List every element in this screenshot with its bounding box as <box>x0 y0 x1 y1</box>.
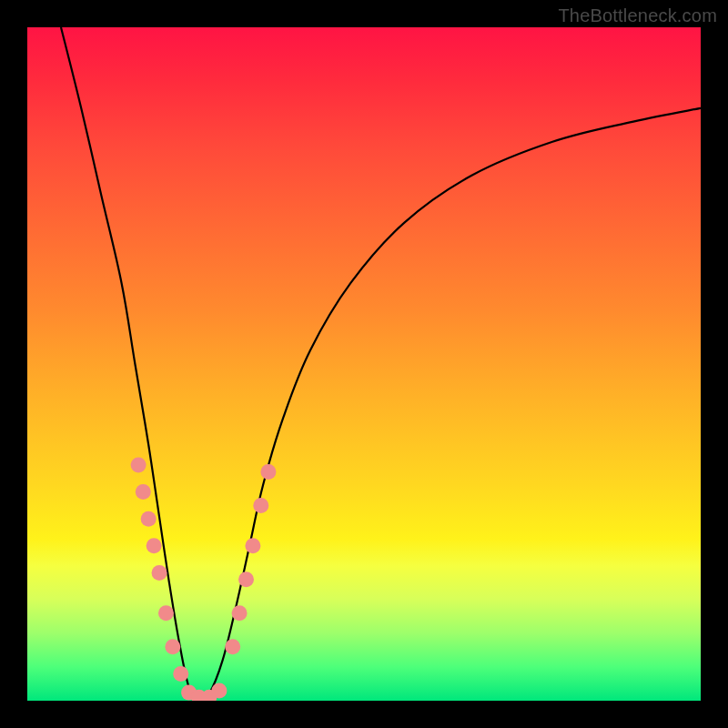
marker-dot <box>173 666 188 682</box>
marker-dot <box>158 605 174 621</box>
chart-frame: TheBottleneck.com <box>0 0 728 728</box>
marker-dot <box>165 639 180 654</box>
watermark-text: TheBottleneck.com <box>558 5 717 26</box>
curve-svg <box>27 27 701 701</box>
marker-dot <box>225 639 240 654</box>
marker-dot <box>211 682 227 698</box>
marker-dot <box>147 538 162 553</box>
marker-dot <box>232 605 248 621</box>
marker-dot <box>238 571 254 587</box>
marker-dot <box>152 565 167 581</box>
plot-area <box>27 27 701 701</box>
marker-dot <box>260 464 276 480</box>
marker-dots <box>131 458 277 702</box>
marker-dot <box>141 511 157 527</box>
bottleneck-curve <box>61 27 701 701</box>
marker-dot <box>136 484 151 500</box>
marker-dot <box>245 538 260 553</box>
marker-dot <box>253 498 268 513</box>
marker-dot <box>131 458 147 473</box>
